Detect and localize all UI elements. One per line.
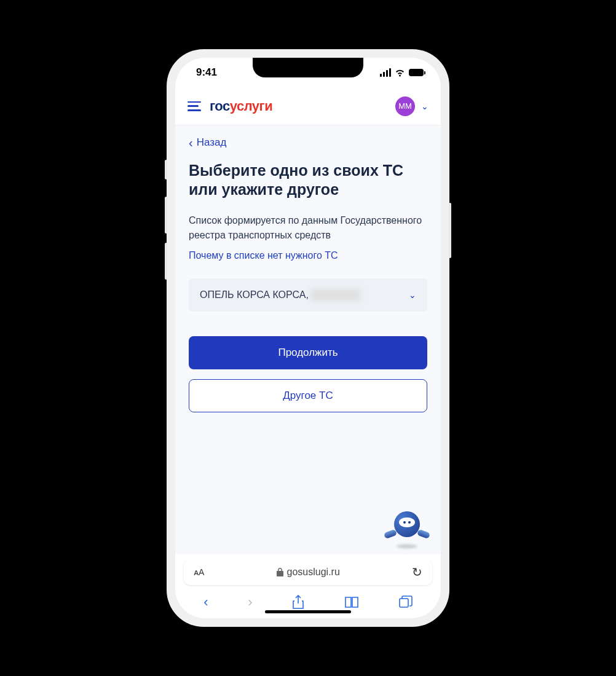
- reload-icon[interactable]: ↻: [412, 565, 422, 580]
- cellular-signal-icon: [380, 68, 391, 77]
- browser-back-icon[interactable]: ‹: [203, 594, 208, 610]
- chevron-down-icon: ⌄: [409, 290, 416, 300]
- menu-icon[interactable]: [188, 101, 201, 111]
- text-size-icon[interactable]: ᴀA: [194, 567, 204, 577]
- continue-button[interactable]: Продолжить: [189, 336, 427, 369]
- battery-icon: [409, 69, 424, 76]
- chatbot-icon[interactable]: [385, 511, 428, 548]
- select-value: ОПЕЛЬ КОРСА КОРСА,: [200, 289, 309, 301]
- other-vehicle-button[interactable]: Другое ТС: [189, 379, 427, 412]
- browser-forward-icon: ›: [248, 594, 252, 610]
- info-link[interactable]: Почему в списке нет нужного ТС: [189, 250, 338, 261]
- bookmarks-icon[interactable]: [344, 596, 359, 608]
- notch: [253, 58, 363, 77]
- avatar[interactable]: ММ: [395, 96, 415, 116]
- browser-toolbar: ‹ ›: [175, 589, 441, 618]
- url-domain: gosuslugi.ru: [287, 567, 340, 578]
- page-title: Выберите одно из своих ТС или укажите др…: [189, 161, 427, 200]
- page-description: Список формируется по данным Государстве…: [189, 213, 427, 243]
- tabs-icon[interactable]: [399, 595, 413, 609]
- status-indicators: [380, 68, 424, 77]
- phone-device: 9:41 госуслуги ММ ⌄ ‹ Назад: [167, 49, 449, 627]
- wifi-icon: [395, 69, 405, 77]
- share-icon[interactable]: [292, 595, 304, 610]
- app-header: госуслуги ММ ⌄: [175, 87, 441, 125]
- home-indicator[interactable]: [265, 610, 351, 613]
- power-button: [449, 203, 451, 258]
- side-button: [165, 160, 167, 179]
- redacted-text: [311, 289, 360, 301]
- vehicle-select[interactable]: ОПЕЛЬ КОРСА КОРСА, ⌄: [189, 278, 427, 312]
- volume-up-button: [165, 197, 167, 234]
- back-link[interactable]: ‹ Назад: [189, 136, 226, 149]
- back-label: Назад: [197, 136, 227, 149]
- logo-part1: гос: [210, 98, 230, 114]
- lock-icon: [277, 568, 283, 576]
- browser-url-bar[interactable]: ᴀA gosuslugi.ru ↻: [184, 559, 432, 585]
- url-display[interactable]: gosuslugi.ru: [277, 567, 340, 578]
- screen: 9:41 госуслуги ММ ⌄ ‹ Назад: [175, 58, 441, 618]
- volume-down-button: [165, 243, 167, 280]
- logo-part2: услуги: [230, 98, 273, 114]
- svg-rect-0: [400, 599, 408, 607]
- chevron-left-icon: ‹: [189, 136, 193, 149]
- content-area: ‹ Назад Выберите одно из своих ТС или ук…: [175, 125, 441, 554]
- logo[interactable]: госуслуги: [210, 98, 272, 114]
- status-time: 9:41: [196, 66, 217, 79]
- chevron-down-icon[interactable]: ⌄: [421, 101, 428, 111]
